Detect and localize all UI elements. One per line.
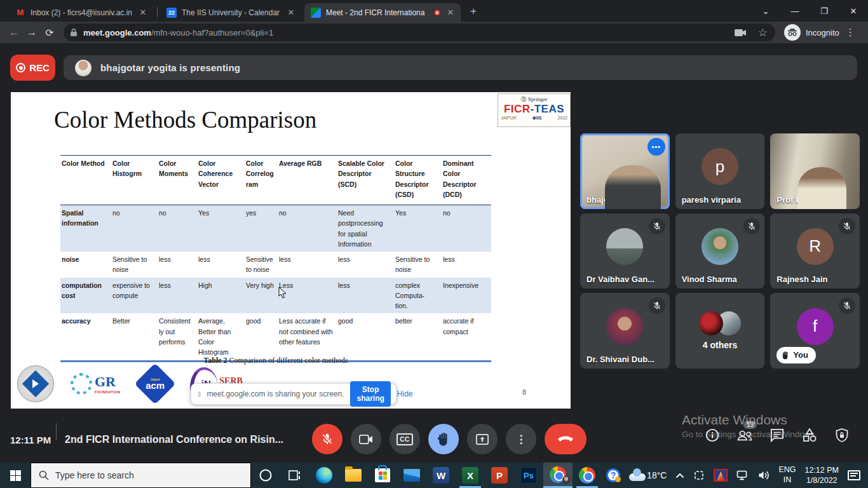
reload-icon[interactable]: ⟳ (41, 27, 58, 39)
taskbar-word[interactable]: W (426, 463, 456, 488)
taskbar-file-explorer[interactable] (339, 463, 368, 488)
table-cell: Yes (197, 205, 245, 252)
language-label: ENG (778, 465, 796, 475)
tile-options-button[interactable]: ••• (648, 138, 665, 156)
participant-name: paresh virparia (682, 195, 741, 205)
present-screen-button[interactable] (467, 424, 498, 454)
drag-handle-icon[interactable]: ‖ (198, 390, 201, 399)
tab-gmail[interactable]: M Inbox (2) - ficrs4@iisuniv.ac.in - T ✕ (9, 3, 153, 22)
tray-weather[interactable]: 18°C (625, 463, 671, 488)
back-icon[interactable]: ← (5, 27, 23, 38)
notification-center-button[interactable] (843, 463, 868, 488)
weather-icon (629, 470, 646, 481)
present-icon (476, 434, 489, 445)
table-cell: Sensitive to noise (111, 252, 158, 278)
temperature-label: 18°C (647, 470, 667, 480)
participant-tile[interactable]: Dr Vaibhav Gan... (580, 214, 670, 289)
activities-icon (802, 428, 817, 442)
incognito-chip: Incognito (784, 24, 839, 41)
more-options-button[interactable]: ⋮ (506, 424, 536, 454)
participant-tile[interactable]: RRajnesh Jain (770, 214, 860, 289)
taskbar-excel[interactable]: X (456, 463, 485, 488)
window-restore-button[interactable]: ❐ (810, 0, 839, 22)
cortana-button[interactable] (251, 463, 280, 488)
forward-icon[interactable]: → (23, 27, 41, 38)
table-header-cell: Color Histogrm (111, 156, 158, 205)
participants-button[interactable]: 13 (736, 427, 753, 444)
tab-meet-active[interactable]: Meet - 2nd FICR Internationa ✕ (304, 3, 461, 22)
camera-button[interactable] (351, 424, 381, 454)
camera-icon[interactable] (735, 29, 747, 37)
new-tab-button[interactable]: + (466, 5, 481, 18)
stop-sharing-button[interactable]: Stop sharing (350, 381, 390, 407)
taskbar-chrome-secondary[interactable] (573, 463, 602, 488)
tray-language[interactable]: ENG IN (774, 463, 800, 488)
start-button[interactable] (0, 463, 31, 488)
taskbar-search[interactable]: Type here to search (31, 463, 251, 488)
mic-muted-icon (743, 218, 760, 234)
activities-button[interactable] (801, 427, 818, 444)
browser-menu-icon[interactable]: ⋮ (846, 27, 855, 38)
tray-volume[interactable] (754, 463, 774, 488)
taskbar-mail[interactable] (397, 463, 426, 488)
participant-tile[interactable]: bhajgotar yog...••• (580, 133, 670, 209)
tray-tablet-mode[interactable] (689, 463, 709, 488)
taskbar-photoshop[interactable]: Ps (514, 463, 543, 488)
file-explorer-icon (345, 469, 362, 482)
table-cell: Inexpensive (442, 278, 491, 314)
taskbar-edge[interactable] (309, 463, 339, 488)
tray-media-app[interactable] (709, 463, 732, 488)
chat-button[interactable] (769, 427, 785, 444)
participant-tile[interactable]: Dr. Shivani Dub... (580, 293, 670, 369)
host-controls-button[interactable] (834, 427, 850, 444)
window-minimize-button[interactable]: — (780, 0, 810, 22)
address-bar[interactable]: meet.google.com/mfn-wouo-haf?authuser=0&… (64, 24, 775, 41)
close-tab-icon[interactable]: ✕ (138, 8, 148, 17)
taskbar-powerpoint[interactable]: P (485, 463, 514, 488)
divider (56, 423, 57, 440)
close-tab-icon[interactable]: ✕ (445, 8, 456, 17)
participant-tile[interactable]: Vinod Sharma (675, 214, 765, 289)
table-cell: complex Computa- tion. (394, 278, 442, 314)
screen: M Inbox (2) - ficrs4@iisuniv.ac.in - T ✕… (0, 0, 868, 488)
table-row: Spatial informationnonoYesyesnoNeed post… (60, 205, 491, 252)
window-close-button[interactable]: ✕ (839, 0, 868, 22)
close-tab-icon[interactable]: ✕ (286, 8, 296, 17)
end-call-button[interactable] (545, 424, 587, 454)
group-avatars (699, 311, 741, 336)
table-cell: Need postprocessing for spatial Informat… (337, 205, 394, 252)
tablet-icon (693, 470, 705, 480)
tray-overflow-chevron[interactable] (671, 463, 689, 488)
media-app-icon (714, 469, 728, 482)
table-cell: expensive to compute (111, 278, 158, 314)
tray-network[interactable] (732, 463, 754, 488)
tab-recording-icon (434, 10, 440, 16)
task-view-button[interactable] (280, 463, 309, 488)
participant-tile[interactable]: Prof Dr. CK Ku... (770, 133, 860, 209)
taskbar-store[interactable] (368, 463, 397, 488)
participant-name: Dr Vaibhav Gan... (587, 274, 654, 284)
excel-icon: X (462, 467, 478, 484)
meet-right-icons: 13 (704, 427, 850, 444)
table-cell: less (158, 252, 197, 278)
taskbar-chrome-active[interactable] (543, 463, 573, 488)
participant-tile[interactable]: 4 others (675, 293, 765, 369)
mic-mute-button[interactable] (312, 424, 342, 454)
end-call-icon (558, 436, 573, 442)
bookmark-star-icon[interactable]: ☆ (758, 26, 768, 39)
mic-muted-icon (649, 218, 665, 234)
participant-tile[interactable]: fYou (770, 293, 860, 369)
meeting-details-button[interactable] (704, 427, 721, 444)
raise-hand-button-active[interactable] (428, 424, 459, 454)
tab-search-chevron-icon[interactable]: ⌄ (751, 0, 780, 22)
participant-tile[interactable]: pparesh virparia (675, 133, 765, 209)
tray-clock[interactable]: 12:12 PM 1/8/2022 (800, 463, 843, 488)
tab-calendar[interactable]: 22 The IIS University - Calendar - We ✕ (160, 3, 301, 22)
windows-logo-icon (10, 470, 21, 481)
table-cell: good (337, 313, 394, 361)
tray-help[interactable]: ? (602, 463, 625, 488)
hide-button[interactable]: Hide (397, 390, 413, 398)
avatar: R (797, 228, 834, 265)
captions-button[interactable]: CC (390, 424, 420, 454)
table-cell: no (158, 205, 197, 252)
